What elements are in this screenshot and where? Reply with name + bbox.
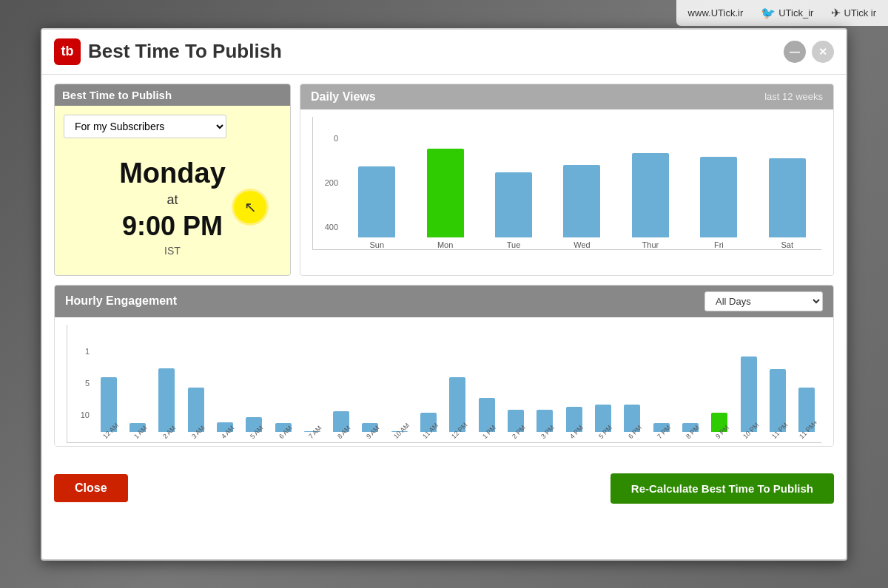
daily-bar-label: Wed <box>574 240 590 249</box>
hourly-bar-group: 7 AM <box>297 325 326 442</box>
daily-bar-label: Thur <box>642 240 659 249</box>
hourly-bar-group: 5 AM <box>240 325 269 442</box>
daily-bar <box>495 172 532 237</box>
days-select[interactable]: All Days Monday Tuesday Wednesday Thursd… <box>704 291 823 311</box>
hourly-bar-group: 9 AM <box>356 325 385 442</box>
daily-bar-group: Fri <box>684 117 753 249</box>
daily-views-section: Daily Views last 12 weeks 400 200 0 SunM… <box>300 84 834 276</box>
hourly-section: Hourly Engagement All Days Monday Tuesda… <box>54 285 834 447</box>
hourly-bar-group: 10 AM <box>385 325 414 442</box>
close-button[interactable]: Close <box>54 474 128 502</box>
hourly-bar-group: 6 PM <box>618 325 647 442</box>
twitter-icon: 🐦 <box>761 6 776 20</box>
watermark-twitter: 🐦 UTick_ir <box>761 6 813 20</box>
hourly-bar-group: 8 AM <box>327 325 356 442</box>
logo-icon: tb <box>54 38 81 65</box>
daily-bar <box>358 166 395 237</box>
hourly-bar-group: 1 AM <box>123 325 152 442</box>
hourly-bar-group: 2 PM <box>501 325 530 442</box>
telegram-icon: ✈ <box>831 6 841 20</box>
daily-bar-group: Sat <box>753 117 821 249</box>
hourly-bar-group: 9 PM <box>705 325 734 442</box>
daily-bar <box>563 165 600 237</box>
daily-bar <box>427 149 464 237</box>
daily-bar-label: Mon <box>437 240 453 249</box>
modal-header: tb Best Time To Publish — ✕ <box>42 30 846 75</box>
title-area: tb Best Time To Publish <box>54 38 282 65</box>
hourly-bar-chart: 10 5 1 12 AM1 AM2 AM3 AM4 AM5 AM6 AM7 AM… <box>67 325 821 443</box>
hourly-bar-group: 12 PM <box>443 325 472 442</box>
logo-letter: tb <box>61 44 74 59</box>
daily-y-axis: 400 200 0 <box>313 117 341 249</box>
daily-bar <box>769 158 806 237</box>
hourly-bar-group: 3 AM <box>181 325 210 442</box>
hourly-y-axis: 10 5 1 <box>67 325 92 442</box>
watermark-telegram: ✈ UTick ir <box>831 6 876 20</box>
daily-bar-label: Sun <box>369 240 384 249</box>
daily-views-chart-area: 400 200 0 SunMonTueWedThurFriSat <box>300 109 833 272</box>
main-modal: tb Best Time To Publish — ✕ Best Time to… <box>41 28 847 561</box>
watermark-bar: www.UTick.ir 🐦 UTick_ir ✈ UTick ir <box>676 0 888 26</box>
daily-bar-group: Tue <box>480 117 548 249</box>
telegram-text: UTick ir <box>844 7 876 18</box>
hourly-bar-group: 7 PM <box>647 325 676 442</box>
modal-footer: Close Re-Calculate Best Time To Publish <box>42 466 846 511</box>
day-label: Monday <box>64 158 281 189</box>
watermark-website: www.UTick.ir <box>688 7 744 18</box>
daily-bar-label: Fri <box>714 240 724 249</box>
cursor-arrow: ↖ <box>244 198 257 216</box>
recalculate-button[interactable]: Re-Calculate Best Time To Publish <box>610 473 834 504</box>
daily-views-bar-chart: 400 200 0 SunMonTueWedThurFriSat <box>312 117 821 250</box>
daily-bar-group: Sun <box>343 117 411 249</box>
hourly-bar-group: 5 PM <box>588 325 617 442</box>
hourly-bar-group: 4 AM <box>210 325 239 442</box>
daily-bar-label: Tue <box>507 240 521 249</box>
hourly-bar-group: 11 AM <box>414 325 443 442</box>
header-icons: — ✕ <box>784 41 834 63</box>
modal-body: Best Time to Publish For my Subscribers … <box>42 75 846 466</box>
hourly-bar-group: 12 AM <box>94 325 123 442</box>
close-modal-button[interactable]: ✕ <box>812 41 834 63</box>
hourly-bar-group: 2 AM <box>152 325 181 442</box>
best-time-display: Monday at 9:00 PM IST ↖ <box>64 150 281 264</box>
daily-views-title: Daily Views <box>311 90 376 104</box>
hourly-bar-group: 1 PM <box>472 325 501 442</box>
minimize-button[interactable]: — <box>784 41 806 63</box>
hourly-bar-label: 7 AM <box>307 424 323 440</box>
hourly-bar-group: 3 PM <box>531 325 559 442</box>
daily-bar-label: Sat <box>781 240 793 249</box>
timezone-label: IST <box>64 245 281 257</box>
top-section: Best Time to Publish For my Subscribers … <box>54 84 834 276</box>
daily-views-header: Daily Views last 12 weeks <box>300 84 833 109</box>
website-text: www.UTick.ir <box>688 7 744 18</box>
twitter-text: UTick_ir <box>778 7 813 18</box>
subscriber-select[interactable]: For my Subscribers For all viewers <box>64 115 226 138</box>
best-time-card-title: Best Time to Publish <box>62 89 172 101</box>
best-time-card: Best Time to Publish For my Subscribers … <box>54 84 291 276</box>
hourly-bar <box>741 356 757 432</box>
hourly-header: Hourly Engagement All Days Monday Tuesda… <box>55 285 833 317</box>
daily-bar-group: Mon <box>411 117 479 249</box>
best-time-card-header: Best Time to Publish <box>55 84 290 106</box>
hourly-chart-area: 10 5 1 12 AM1 AM2 AM3 AM4 AM5 AM6 AM7 AM… <box>55 317 833 446</box>
hourly-bar <box>158 368 175 432</box>
hourly-bar-group: 8 PM <box>676 325 704 442</box>
daily-bar-group: Wed <box>548 117 616 249</box>
subscriber-select-wrapper: For my Subscribers For all viewers <box>64 115 281 138</box>
hourly-bar-group: 10 PM <box>734 325 763 442</box>
hourly-bar-group: 11 PM <box>763 325 792 442</box>
hourly-bar-group: 6 AM <box>269 325 297 442</box>
daily-bar <box>700 157 737 237</box>
daily-bar-group: Thur <box>616 117 684 249</box>
hourly-title: Hourly Engagement <box>65 294 177 308</box>
hourly-bar-group: 4 PM <box>559 325 588 442</box>
cursor-circle: ↖ <box>234 191 266 223</box>
daily-views-period: last 12 weeks <box>764 91 823 102</box>
modal-title: Best Time To Publish <box>88 40 282 63</box>
hourly-bar-group: 11 PM+ <box>793 325 821 442</box>
daily-bar <box>632 153 669 237</box>
